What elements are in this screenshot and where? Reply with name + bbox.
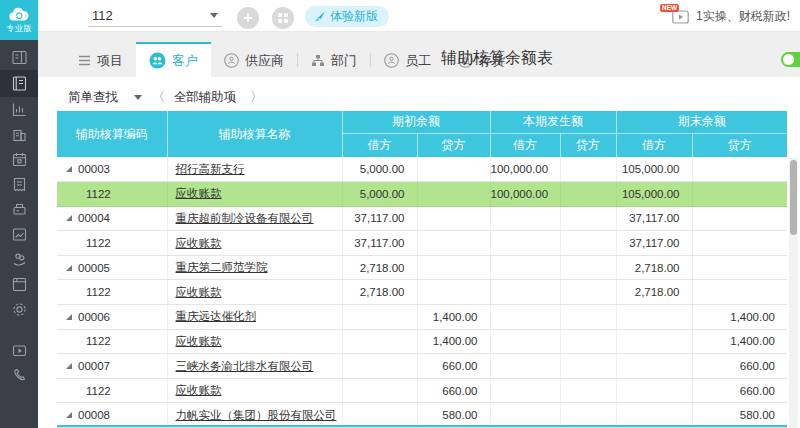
aux-name-link[interactable]: 三峡水务渝北排水有限公司 — [176, 360, 314, 372]
amount-cell — [616, 378, 692, 403]
sidebar-assets-icon[interactable] — [0, 122, 38, 147]
employee-icon — [384, 53, 399, 68]
add-button[interactable]: + — [237, 7, 259, 29]
aux-name-link[interactable]: 应收账款 — [176, 384, 222, 396]
sidebar-period-calendar-icon[interactable] — [0, 147, 38, 172]
amount-cell — [490, 403, 560, 428]
table-row[interactable]: 1122应收账款5,000.00100,000.00105,000.00 — [57, 182, 787, 207]
sidebar-reports-chart-icon[interactable] — [0, 97, 38, 122]
aux-code: 00006 — [78, 311, 110, 323]
amount-cell: 660.00 — [417, 378, 490, 403]
tab-project[interactable]: 项目 — [65, 42, 136, 77]
table-body: 00003招行高新支行5,000.00100,000.00105,000.001… — [57, 157, 787, 428]
search-mode-select[interactable]: 简单查找 — [66, 87, 144, 113]
account-set-select[interactable]: 112 — [88, 5, 222, 27]
aux-code: 00004 — [78, 212, 110, 224]
aux-name-link[interactable]: 招行高新支行 — [176, 163, 245, 175]
aux-balance-table: 辅助核算编码 辅助核算名称 期初余额 本期发生额 期末余额 借方 贷方 借方 贷… — [57, 111, 787, 428]
prev-aux-arrow[interactable]: 〈 — [152, 88, 165, 106]
amount-cell — [490, 231, 560, 256]
tab-label: 项目 — [97, 52, 123, 70]
sidebar-account-book-icon[interactable] — [0, 70, 38, 97]
aux-name-link[interactable]: 应收账款 — [176, 335, 222, 347]
table-row[interactable]: 1122应收账款37,117.0037,117.00 — [57, 231, 787, 256]
aux-name-cell: 应收账款 — [167, 231, 342, 256]
table-row[interactable]: 00004重庆超前制冷设备有限公司37,117.0037,117.00 — [57, 206, 787, 231]
promo-link[interactable]: NEW 1实操、财税新政! — [672, 8, 790, 25]
sidebar-service-phone-icon[interactable] — [0, 363, 38, 388]
table-row[interactable]: 1122应收账款1,400.001,400.00 — [57, 329, 787, 354]
aux-name-cell: 重庆超前制冷设备有限公司 — [167, 206, 342, 231]
aux-code: 1122 — [86, 286, 111, 298]
amount-cell — [342, 329, 417, 354]
table-row[interactable]: 1122应收账款660.00660.00 — [57, 378, 787, 403]
expand-triangle-icon[interactable] — [66, 166, 72, 172]
expand-triangle-icon[interactable] — [66, 314, 72, 320]
scrollbar-thumb[interactable] — [790, 160, 797, 235]
amount-cell — [560, 280, 616, 305]
amount-cell — [490, 354, 560, 379]
supplier-icon — [224, 53, 239, 68]
aux-item-select[interactable]: 全部辅助项 — [166, 87, 244, 113]
col-header-credit: 贷方 — [560, 133, 616, 157]
amount-cell: 100,000.00 — [490, 157, 560, 182]
amount-cell — [616, 403, 692, 428]
amount-cell — [417, 231, 490, 256]
amount-cell — [560, 305, 616, 330]
table-row[interactable]: 1122应收账款2,718.002,718.00 — [57, 280, 787, 305]
amount-cell — [342, 403, 417, 428]
page-toggle[interactable] — [781, 52, 800, 67]
amount-cell — [490, 280, 560, 305]
expand-triangle-icon[interactable] — [66, 363, 72, 369]
amount-cell: 5,000.00 — [342, 157, 417, 182]
aux-name-link[interactable]: 应收账款 — [176, 187, 222, 199]
table-row[interactable]: 00008力帆实业（集团）股份有限公司580.00580.00 — [57, 403, 787, 428]
aux-code: 00008 — [78, 409, 110, 421]
brand-logo[interactable]: 专业版 — [0, 0, 38, 40]
sidebar-statements-icon[interactable] — [0, 222, 38, 247]
aux-name-link[interactable]: 应收账款 — [176, 237, 222, 249]
sidebar-invoice-icon[interactable] — [0, 172, 38, 197]
amount-cell — [692, 182, 787, 207]
aux-name-link[interactable]: 应收账款 — [176, 286, 222, 298]
amount-cell — [342, 378, 417, 403]
top-bar: 112 + 体验新版 NEW 1实操、财税新政! — [0, 0, 800, 32]
table-row[interactable]: 00005重庆第二师范学院2,718.002,718.00 — [57, 255, 787, 280]
app-window: 112 + 体验新版 NEW 1实操、财税新政! — [0, 0, 800, 428]
aux-name-link[interactable]: 重庆超前制冷设备有限公司 — [176, 212, 314, 224]
logo-label: 专业版 — [6, 23, 32, 34]
vertical-scrollbar[interactable] — [789, 158, 798, 428]
try-new-version-button[interactable]: 体验新版 — [305, 6, 389, 27]
sidebar-cashier-icon[interactable] — [0, 197, 38, 222]
amount-cell — [692, 206, 787, 231]
tab-employee[interactable]: 员工 — [371, 42, 444, 77]
sidebar-salary-icon[interactable] — [0, 247, 38, 272]
aux-name-link[interactable]: 重庆远达催化剂 — [176, 310, 257, 322]
amount-cell — [692, 157, 787, 182]
aux-name-link[interactable]: 力帆实业（集团）股份有限公司 — [176, 409, 337, 421]
amount-cell: 2,718.00 — [616, 280, 692, 305]
amount-cell — [560, 255, 616, 280]
next-aux-arrow[interactable]: 〉 — [250, 88, 263, 106]
apps-grid-button[interactable] — [272, 7, 294, 29]
tab-department[interactable]: 部门 — [298, 42, 370, 77]
tab-supplier[interactable]: 供应商 — [211, 42, 297, 77]
sidebar-video-tutorial-icon[interactable] — [0, 338, 38, 363]
table-row[interactable]: 00003招行高新支行5,000.00100,000.00105,000.00 — [57, 157, 787, 182]
amount-cell — [692, 255, 787, 280]
search-mode-label: 简单查找 — [68, 89, 118, 106]
tab-label: 供应商 — [245, 52, 284, 70]
expand-triangle-icon[interactable] — [66, 215, 72, 221]
table-row[interactable]: 00006重庆远达催化剂1,400.001,400.00 — [57, 305, 787, 330]
sidebar-voucher-panel-icon[interactable] — [0, 45, 38, 70]
aux-code-cell: 00005 — [57, 255, 167, 280]
table-row[interactable]: 00007三峡水务渝北排水有限公司660.00660.00 — [57, 354, 787, 379]
expand-triangle-icon[interactable] — [66, 265, 72, 271]
aux-name-link[interactable]: 重庆第二师范学院 — [176, 261, 268, 273]
expand-triangle-icon[interactable] — [66, 412, 72, 418]
sidebar-checkout-book-icon[interactable] — [0, 272, 38, 297]
amount-cell — [417, 280, 490, 305]
department-icon — [311, 54, 325, 67]
tab-customer[interactable]: 客户 — [136, 42, 211, 77]
sidebar-settings-gear-icon[interactable] — [0, 297, 38, 322]
